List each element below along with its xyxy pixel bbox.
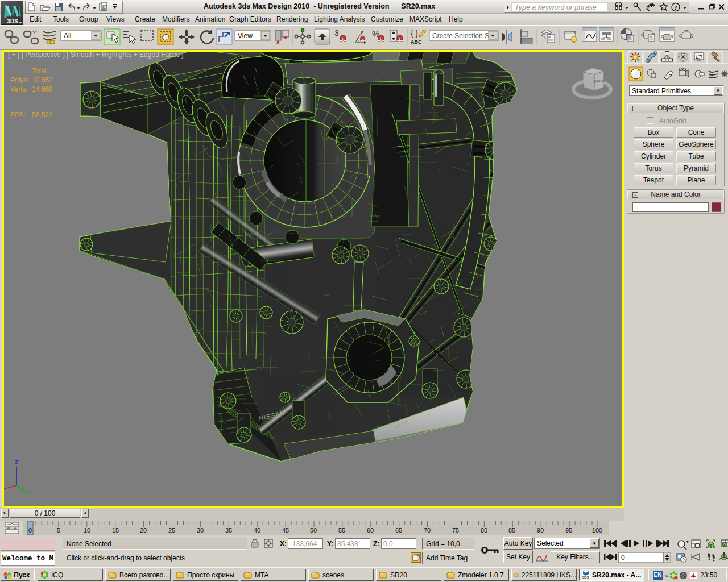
- svg-text:55: 55: [338, 527, 345, 534]
- svg-text:±: ±: [686, 539, 689, 544]
- svg-text:View: View: [238, 32, 253, 40]
- svg-text:10 652: 10 652: [32, 76, 53, 84]
- svg-text:3: 3: [334, 28, 339, 38]
- svg-text:90: 90: [537, 527, 544, 534]
- svg-text:Verts:: Verts:: [10, 85, 28, 93]
- svg-text:70: 70: [424, 527, 431, 534]
- svg-text:60: 60: [367, 527, 374, 534]
- svg-text:0: 0: [28, 527, 32, 534]
- svg-text:All: All: [64, 32, 71, 40]
- svg-text:14 668: 14 668: [32, 85, 53, 93]
- svg-text:Create Selection Se: Create Selection Se: [432, 32, 493, 40]
- svg-text:80: 80: [481, 527, 487, 534]
- svg-text:20: 20: [140, 527, 147, 534]
- svg-text:25: 25: [168, 527, 175, 534]
- svg-text:?: ?: [674, 4, 677, 11]
- svg-text:3DS: 3DS: [582, 576, 589, 579]
- svg-text:10: 10: [84, 527, 90, 534]
- svg-text:35: 35: [225, 527, 232, 534]
- svg-text:45: 45: [282, 527, 289, 534]
- svg-text:40: 40: [254, 527, 260, 534]
- svg-text:FPS:: FPS:: [10, 111, 26, 119]
- svg-text:0: 0: [621, 554, 625, 562]
- svg-text:15: 15: [112, 527, 119, 534]
- svg-text:95: 95: [565, 527, 572, 534]
- svg-text:75: 75: [452, 527, 459, 534]
- svg-text:y: y: [27, 488, 30, 495]
- svg-text:5: 5: [57, 527, 60, 534]
- svg-text:100: 100: [592, 527, 602, 534]
- svg-text:Total: Total: [32, 67, 46, 75]
- svg-text:50: 50: [310, 527, 317, 534]
- svg-text:{ }: { }: [411, 28, 419, 38]
- svg-text:30: 30: [197, 527, 204, 534]
- svg-text:ABC: ABC: [411, 39, 422, 45]
- svg-text:58,522: 58,522: [32, 111, 53, 119]
- svg-text:[ + ] [ Perspective ] [ Smooth: [ + ] [ Perspective ] [ Smooth + Highlig…: [8, 52, 184, 59]
- svg-text:3DS: 3DS: [7, 18, 18, 24]
- svg-text:65: 65: [395, 527, 402, 534]
- svg-text:Polys:: Polys:: [10, 76, 29, 84]
- svg-text:z: z: [15, 458, 18, 465]
- svg-text:85: 85: [508, 527, 515, 534]
